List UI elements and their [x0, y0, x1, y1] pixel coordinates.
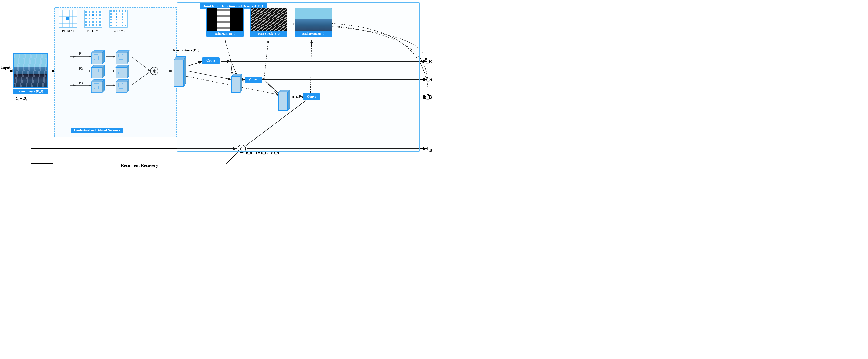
rain-image [13, 53, 48, 88]
svg-rect-111 [125, 25, 126, 26]
svg-rect-81 [92, 21, 94, 23]
l-b-label: L_B [423, 94, 432, 100]
svg-rect-76 [92, 18, 94, 19]
svg-rect-87 [95, 24, 97, 26]
pattern-p2-label: P2, DF=2 [87, 29, 99, 33]
svg-rect-86 [92, 24, 94, 26]
convs-1-button: Convs [202, 57, 220, 64]
svg-rect-104 [122, 19, 123, 21]
p2-conv-block-1 [90, 64, 107, 80]
svg-rect-85 [89, 24, 90, 26]
background-label: Background (B_t) [295, 31, 332, 36]
svg-rect-101 [122, 16, 123, 18]
svg-marker-126 [127, 65, 129, 78]
svg-rect-71 [92, 14, 94, 16]
svg-rect-75 [89, 18, 90, 19]
svg-rect-103 [116, 19, 117, 21]
svg-marker-134 [127, 80, 129, 93]
svg-rect-73 [99, 14, 100, 16]
p2-conv-block-2 [115, 64, 132, 80]
svg-rect-74 [85, 18, 87, 19]
recurrent-recovery-box: Recurrent Recovery [53, 159, 226, 172]
ft-rt-block [231, 73, 243, 93]
rain-features-label: Rain Features (F_t) [173, 48, 199, 52]
svg-rect-105 [110, 22, 112, 23]
svg-rect-136 [174, 60, 184, 87]
cdn-label: Contextualized Dilated Network [71, 127, 123, 133]
svg-rect-142 [279, 92, 288, 111]
svg-rect-110 [122, 25, 123, 26]
svg-marker-118 [127, 51, 129, 64]
ot-bt-label: Ot = Bt [16, 96, 27, 101]
svg-rect-109 [116, 25, 117, 26]
svg-rect-83 [99, 21, 100, 23]
svg-rect-96 [110, 13, 112, 15]
svg-rect-94 [122, 10, 123, 12]
feature-block [173, 55, 186, 87]
svg-rect-93 [119, 10, 120, 12]
svg-marker-122 [102, 65, 105, 78]
p3-conv-block-1 [90, 78, 107, 94]
svg-rect-107 [122, 22, 123, 23]
pattern-p2: P2, DF=2 [84, 10, 102, 33]
svg-rect-79 [85, 21, 87, 23]
svg-rect-97 [116, 13, 117, 15]
svg-rect-66 [92, 11, 94, 12]
svg-rect-78 [99, 18, 100, 19]
svg-rect-70 [89, 14, 90, 16]
ft-rt-st-block [278, 89, 291, 111]
svg-rect-84 [85, 24, 87, 26]
rain-streak-label: Rain Streak (S_t) [251, 31, 287, 36]
p1-conv-block-1 [90, 49, 107, 65]
svg-rect-99 [110, 16, 112, 18]
svg-rect-102 [110, 19, 112, 21]
svg-rect-72 [95, 14, 97, 16]
svg-rect-91 [113, 10, 115, 12]
svg-rect-106 [116, 22, 117, 23]
rain-mask-label: Rain Mask (R_t) [207, 31, 243, 36]
svg-rect-92 [116, 10, 117, 12]
convs-2-button: Convs [245, 77, 262, 83]
pattern-p1: P1, DF=1 [59, 10, 77, 33]
svg-rect-139 [232, 76, 240, 93]
diagram: { "title": "Joint Rain Detection and Rem… [0, 0, 434, 179]
svg-rect-80 [89, 21, 90, 23]
svg-rect-95 [125, 10, 126, 12]
rain-images-label: Rain Images (O_t) [13, 89, 48, 94]
recurrent-recovery-label: Recurrent Recovery [121, 163, 158, 168]
l-r-label: L_R [423, 59, 432, 64]
svg-rect-67 [95, 11, 97, 12]
svg-rect-64 [85, 11, 87, 12]
svg-rect-100 [116, 16, 117, 18]
svg-rect-77 [95, 18, 97, 19]
pattern-p3: P3, DF=3 [110, 10, 127, 33]
svg-marker-144 [288, 90, 290, 111]
p3-conv-block-2 [115, 78, 132, 94]
l-s-label: L_S [424, 77, 432, 82]
svg-rect-65 [89, 11, 90, 12]
svg-rect-62 [66, 17, 69, 20]
svg-marker-138 [184, 57, 186, 87]
p1-conv-block-2 [115, 49, 132, 65]
svg-marker-114 [102, 51, 105, 64]
svg-rect-90 [110, 10, 112, 12]
rain-streak-image: Rain Streak (S_t) [250, 8, 287, 37]
dilation-patterns: P1, DF=1 [59, 10, 127, 33]
background-image: Background (B_t) [295, 8, 332, 37]
svg-rect-68 [99, 11, 100, 12]
svg-marker-141 [240, 74, 242, 93]
svg-rect-82 [95, 21, 97, 23]
bt-equation: B_{t+1} = O_t - T(O_t) [246, 151, 279, 155]
svg-rect-88 [99, 24, 100, 26]
svg-rect-69 [85, 14, 87, 16]
svg-marker-130 [102, 80, 105, 93]
svg-rect-108 [110, 25, 112, 26]
rain-mask-image: Rain Mask (R_t) [207, 8, 244, 37]
pattern-p1-label: P1, DF=1 [62, 29, 74, 33]
pattern-p3-label: P3, DF=3 [112, 29, 125, 33]
l-b-bottom-label: LB [426, 146, 432, 153]
convs-3-button: Convs [303, 93, 320, 100]
svg-rect-98 [122, 13, 123, 15]
